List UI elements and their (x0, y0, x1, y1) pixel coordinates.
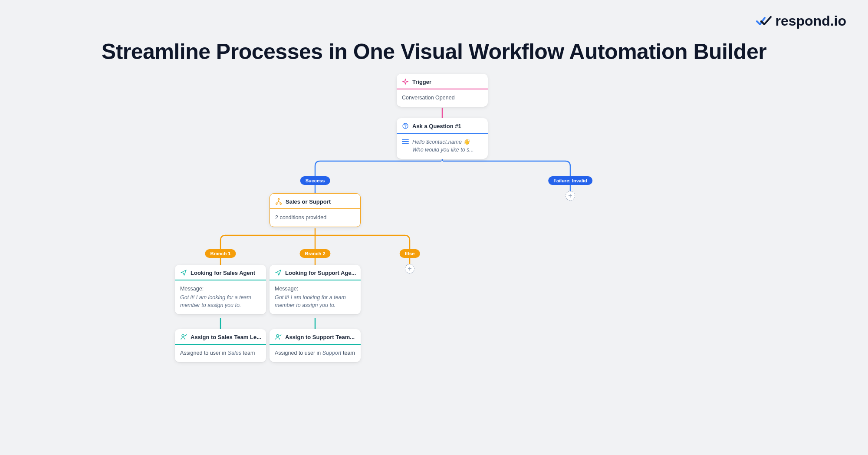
svg-point-11 (278, 198, 279, 200)
connector-success-condition (314, 184, 316, 194)
node-title: Sales or Support (286, 198, 331, 205)
send-icon (180, 269, 187, 276)
brand-name: respond.io (775, 13, 846, 29)
message-text: Got it! I am looking for a team member t… (180, 293, 261, 309)
branch-icon (275, 198, 282, 205)
question-icon (402, 122, 409, 129)
logo-checkmark-icon (756, 16, 772, 26)
node-title: Looking for Support Age... (285, 270, 356, 276)
message-label: Message: (180, 285, 261, 293)
svg-point-10 (405, 127, 405, 128)
connector-branch1-sales (220, 257, 221, 266)
node-title: Ask a Question #1 (412, 123, 461, 129)
node-trigger[interactable]: Trigger Conversation Opened (397, 74, 488, 107)
brand-logo: respond.io (756, 13, 846, 29)
assign-user-icon (275, 333, 282, 340)
connector-branch2-support (314, 257, 316, 266)
node-title: Assign to Sales Team Le... (191, 334, 261, 340)
workflow-canvas[interactable]: Trigger Conversation Opened Ask a Questi… (0, 74, 868, 455)
send-icon (275, 269, 282, 276)
add-node-else[interactable]: + (405, 264, 414, 274)
node-assign-support[interactable]: Assign to Support Team... Assigned to us… (270, 329, 361, 362)
list-icon (402, 138, 409, 145)
node-title: Assign to Support Team... (285, 334, 355, 340)
svg-rect-1 (441, 161, 443, 179)
node-body: Conversation Opened (397, 89, 488, 107)
node-looking-support-agent[interactable]: Looking for Support Age... Message: Got … (270, 265, 361, 314)
pill-else[interactable]: Else (400, 249, 420, 258)
assign-user-icon (180, 333, 187, 340)
node-assign-sales[interactable]: Assign to Sales Team Le... Assigned to u… (175, 329, 266, 362)
node-title: Looking for Sales Agent (191, 270, 255, 276)
svg-point-13 (280, 203, 281, 204)
node-body: Assigned to user in Support team (270, 345, 361, 362)
svg-point-12 (276, 203, 277, 204)
trigger-icon (402, 78, 409, 85)
connector-trigger-question (441, 108, 443, 119)
pill-success[interactable]: Success (300, 176, 330, 185)
message-label: Message: (275, 285, 355, 293)
connector-question-split-cover (441, 161, 443, 179)
svg-point-14 (182, 335, 184, 337)
svg-point-15 (276, 335, 279, 337)
node-condition-sales-support[interactable]: Sales or Support 2 conditions provided (270, 193, 361, 227)
question-line1: Hello $contact.name 👋 (412, 138, 474, 146)
page-title: Streamline Processes in One Visual Workf… (0, 39, 868, 64)
connector-support-assign (314, 318, 316, 330)
connector-sales-assign (220, 318, 221, 330)
pill-failure[interactable]: Failure: Invalid (548, 176, 592, 185)
node-body: 2 conditions provided (270, 209, 360, 227)
message-text: Got it! I am looking for a team member t… (275, 293, 355, 309)
node-title: Trigger (412, 79, 431, 85)
question-line2: Who would you like to s... (412, 146, 474, 154)
pill-branch2[interactable]: Branch 2 (299, 249, 330, 258)
add-node-failure[interactable]: + (566, 191, 575, 201)
node-ask-question[interactable]: Ask a Question #1 Hello $contact.name 👋 … (397, 118, 488, 159)
node-looking-sales-agent[interactable]: Looking for Sales Agent Message: Got it!… (175, 265, 266, 314)
pill-branch1[interactable]: Branch 1 (205, 249, 236, 258)
node-body: Assigned to user in Sales team (175, 345, 266, 362)
